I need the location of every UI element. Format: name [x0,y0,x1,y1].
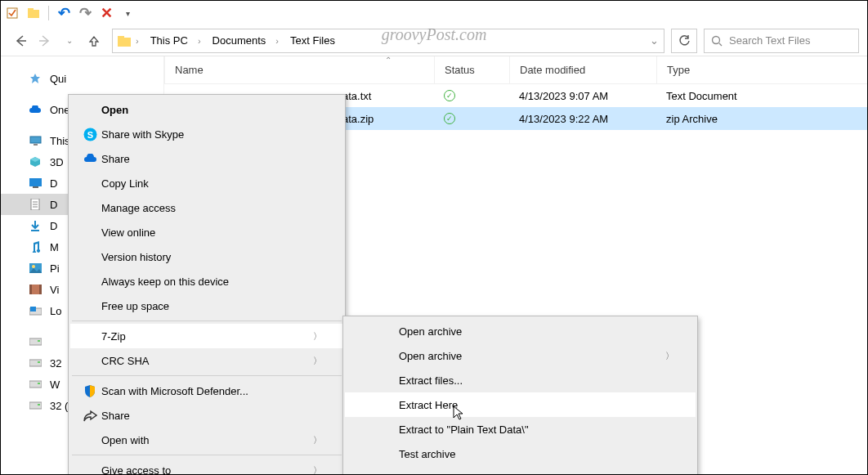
menu-item[interactable]: CRC SHA〉 [70,348,343,373]
svg-rect-2 [28,8,34,11]
menu-item[interactable]: Extract files... [345,368,696,392]
menu-item[interactable]: Extract Here [345,392,696,417]
checkbox-icon [6,7,19,20]
music-icon [29,240,42,253]
menu-item[interactable]: Open archive〉 [345,343,696,368]
menu-item[interactable]: Share [70,403,343,428]
menu-item[interactable]: Free up space [70,294,343,318]
menu-item-label: Share with Skype [101,128,322,141]
menu-item-label: 7-Zip [101,330,311,343]
svg-rect-30 [38,383,40,384]
menu-item[interactable]: Share [70,146,343,171]
search-input[interactable]: Search Text Files [704,29,859,53]
sidebar-item-label: This [50,135,70,147]
svg-line-8 [719,43,722,46]
menu-item-label: Extract to "Plain Text Data\" [399,423,674,436]
menu-item[interactable]: Open with〉 [70,428,343,452]
svg-text:S: S [87,129,92,139]
sidebar-item-label: 32 [50,357,61,370]
pc-icon [29,134,42,147]
file-date: 4/13/2023 9:07 AM [509,90,656,102]
svg-rect-10 [34,144,38,146]
refresh-button[interactable] [671,29,697,53]
menu-item[interactable]: Manage access [70,195,343,220]
desktop-icon [29,177,42,190]
skype-icon: S [80,127,100,141]
picture-icon [29,262,42,275]
menu-item[interactable]: Give access to〉 [70,458,343,475]
breadcrumb-this-pc[interactable]: This PC› [144,34,206,47]
back-button[interactable] [9,29,32,52]
menu-item[interactable]: Scan with Microsoft Defender... [70,379,343,403]
sidebar-item-label: Pi [50,262,60,275]
chevron-right-icon[interactable]: › [195,36,204,46]
folder-icon [27,7,40,20]
svg-rect-21 [29,285,32,294]
sidebar-item-label: W [50,379,60,391]
qat-dropdown-icon[interactable]: ▾ [121,7,134,20]
menu-item[interactable]: Open [70,97,343,122]
menu-item[interactable]: Extract to "Plain Text Data\" [345,417,696,441]
menu-item[interactable]: Version history [70,244,343,269]
svg-rect-9 [30,137,41,143]
recent-dropdown[interactable]: ⌄ [58,29,81,52]
menu-item[interactable]: SShare with Skype [70,122,343,146]
sort-indicator-icon: ⌃ [385,56,391,65]
menu-item-label: Share [101,410,322,422]
menu-item-label: Version history [101,251,322,263]
sidebar-item[interactable]: Qui [1,68,163,89]
svg-rect-28 [38,361,40,363]
svg-point-7 [713,36,720,43]
address-bar[interactable]: › This PC› Documents› Text Files ⌄ [112,29,664,53]
chevron-right-icon[interactable]: › [272,36,282,46]
menu-item[interactable]: View online [70,220,343,244]
menu-item-label: Extract files... [399,374,674,387]
svg-rect-12 [33,186,38,188]
file-type: zip Archive [656,113,867,125]
menu-item[interactable]: Test archive [345,441,696,466]
breadcrumb-text-files[interactable]: Text Files [284,34,342,47]
chevron-right-icon: 〉 [313,464,322,476]
up-button[interactable] [83,29,105,52]
menu-item[interactable]: Copy Link [70,171,343,195]
title-bar: ↶ ↷ ✕ ▾ [1,1,867,25]
svg-rect-26 [38,340,40,342]
menu-item-label: View online [101,226,322,239]
document-icon [29,198,42,211]
sidebar-item-label: D [50,177,57,190]
sidebar-item-label: 3D [50,156,64,168]
search-icon [711,35,723,47]
status-ok-icon: ✓ [444,113,455,124]
column-header-name[interactable]: Name [164,56,434,83]
download-icon [29,219,42,232]
column-headers: ⌃ Name Status Date modified Type [164,56,867,84]
menu-item-label: Open with [101,434,311,446]
breadcrumb-documents[interactable]: Documents› [206,34,284,47]
delete-icon[interactable]: ✕ [100,7,113,20]
column-header-type[interactable]: Type [656,56,867,83]
address-dropdown-icon[interactable]: ⌄ [650,34,659,47]
search-placeholder: Search Text Files [729,34,810,47]
undo-icon[interactable]: ↶ [57,7,70,20]
menu-item-label: Add to archive... [399,473,674,476]
svg-rect-22 [39,285,42,294]
menu-item[interactable]: Always keep on this device [70,269,343,294]
cloud-icon [29,103,42,116]
svg-point-19 [32,265,35,268]
chevron-right-icon: 〉 [313,330,322,343]
sidebar-item-label: 32 ( [50,400,68,412]
column-header-date[interactable]: Date modified [509,56,656,83]
redo-icon[interactable]: ↷ [78,7,92,20]
folder-root-icon[interactable]: › [116,35,144,47]
menu-item[interactable]: 7-Zip〉 [70,324,343,348]
menu-item[interactable]: Open archive [345,319,696,343]
chevron-right-icon: 〉 [313,355,322,367]
forward-button[interactable] [34,29,56,52]
menu-item[interactable]: Add to archive... [345,466,696,475]
sidebar-item-label: Vi [50,284,59,296]
chevron-right-icon[interactable]: › [132,36,142,46]
menu-item-label: Share [101,153,322,165]
disk-icon [29,378,42,391]
column-header-status[interactable]: Status [434,56,509,83]
svg-rect-11 [29,178,42,186]
